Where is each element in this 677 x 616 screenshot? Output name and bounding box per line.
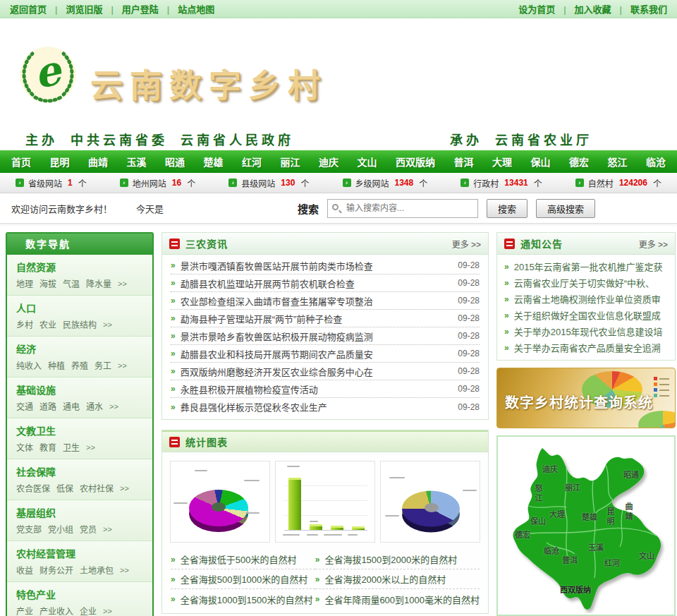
chart-link[interactable]: »全省海拔1000到1500米的自然村 — [171, 589, 315, 609]
sidebar-item-economy[interactable]: 经济 纯收入种植养殖务工>> — [7, 337, 152, 378]
sub-link[interactable]: 通电 — [63, 400, 80, 412]
map-region-label[interactable]: 昆明 — [604, 507, 616, 527]
chart-link[interactable]: »全省海拔1500到2000米的自然村 — [315, 550, 480, 569]
notice-item[interactable]: »云南省土地确权测绘作业单位资质审 — [504, 291, 668, 307]
map-region-label[interactable]: 西双版纳 — [560, 584, 591, 595]
map-region-label[interactable]: 红河 — [604, 557, 620, 568]
search-button[interactable]: 搜索 — [487, 199, 527, 218]
sub-link[interactable]: 养殖 — [71, 359, 88, 371]
map-region-label[interactable]: 曲靖 — [623, 502, 634, 522]
notice-item-text[interactable]: 2015年云南省第一批农机推广鉴定获 — [514, 260, 663, 273]
advanced-search-button[interactable]: 高级搜索 — [536, 199, 595, 218]
more-arrows[interactable]: >> — [103, 607, 112, 615]
section-title[interactable]: 自然资源 — [16, 260, 145, 274]
sub-link[interactable]: 收益 — [16, 564, 33, 576]
nav-item-lincang[interactable]: 临沧 — [646, 155, 666, 169]
news-item[interactable]: »景洪市景哈乡畜牧兽医站积极开展动物疫病监测09-28 — [171, 327, 480, 345]
nav-item-zhaotong[interactable]: 昭通 — [165, 155, 185, 169]
sidebar-item-social-security[interactable]: 社会保障 农合医保低保农村社保>> — [7, 459, 152, 500]
more-arrows[interactable]: >> — [109, 402, 118, 411]
sidebar-item-grassroots-org[interactable]: 基层组织 党支部党小组党员>> — [7, 500, 152, 541]
map-region-label[interactable]: 保山 — [530, 515, 546, 526]
sub-link[interactable]: 低保 — [56, 482, 73, 494]
section-title[interactable]: 基层组织 — [16, 505, 145, 519]
link-old-version[interactable]: 浏览旧版 — [66, 4, 102, 15]
link-return-home[interactable]: 返回首页 — [10, 4, 47, 15]
sidebar-item-special-industry[interactable]: 特色产业 产业产业收入企业>> — [7, 582, 152, 616]
news-item-text[interactable]: 永胜县积极开展植物检疫宣传活动 — [181, 382, 451, 396]
news-item[interactable]: »农业部检查组深入曲靖市督查生猪屠宰专项整治09-28 — [171, 292, 480, 310]
more-arrows[interactable]: >> — [86, 443, 95, 452]
notice-item[interactable]: »关于举办2015年现代农业信息建设培 — [504, 323, 668, 339]
notice-item[interactable]: »关于组织做好全国农业信息化联盟成 — [504, 307, 668, 323]
sub-link[interactable]: 教育 — [39, 441, 56, 453]
sub-link[interactable]: 党员 — [80, 523, 97, 535]
notice-item[interactable]: »云南省农业厅关于切实做好“中秋、 — [504, 274, 668, 291]
news-item-text[interactable]: 景洪市景哈乡畜牧兽医站积极开展动物疫病监测 — [181, 330, 451, 343]
nav-item-baoshan[interactable]: 保山 — [531, 155, 551, 169]
sidebar-item-infrastructure[interactable]: 基础设施 交通道路通电通水>> — [7, 378, 152, 418]
notice-item-text[interactable]: 云南省农业厅关于切实做好“中秋、 — [514, 276, 654, 289]
sub-link[interactable]: 财务公开 — [39, 564, 73, 576]
notice-item-text[interactable]: 关于举办2015年现代农业信息建设培 — [514, 325, 663, 338]
nav-item-kunming[interactable]: 昆明 — [50, 155, 70, 169]
map-region-label[interactable]: 迪庆 — [542, 463, 558, 474]
nav-item-home[interactable]: 首页 — [11, 155, 31, 169]
sidebar-item-culture-health[interactable]: 文教卫生 文体教育卫生>> — [7, 418, 152, 459]
news-item-text[interactable]: 勐海县种子管理站开展“两节”前种子检查 — [181, 312, 451, 325]
more-arrows[interactable]: >> — [118, 279, 127, 288]
map-region-label[interactable]: 怒江 — [532, 484, 544, 504]
nav-item-dali[interactable]: 大理 — [492, 155, 512, 169]
sub-link[interactable]: 民族结构 — [63, 318, 97, 330]
map-region-label[interactable]: 临沧 — [544, 545, 559, 556]
search-input[interactable] — [327, 199, 478, 218]
nav-item-nujiang[interactable]: 怒江 — [608, 155, 628, 169]
sub-link[interactable]: 气温 — [63, 277, 80, 289]
section-title[interactable]: 人口 — [16, 301, 145, 315]
chart-link[interactable]: »全省海拔500到1000米的自然村 — [171, 569, 315, 589]
chart-link-text[interactable]: 全省海拔低于500米的自然村 — [181, 552, 297, 566]
nav-item-wenshan[interactable]: 文山 — [358, 155, 377, 169]
bar-chart-thumbnail[interactable] — [275, 461, 375, 543]
sub-link[interactable]: 土地承包 — [80, 564, 114, 576]
link-contact-us[interactable]: 联系我们 — [630, 4, 667, 15]
sub-link[interactable]: 卫生 — [63, 441, 80, 453]
map-region-label[interactable]: 昭通 — [623, 469, 639, 480]
sub-link[interactable]: 道路 — [39, 400, 56, 412]
news-item[interactable]: »彝良县强化样板示范促秋冬农业生产09-28 — [171, 398, 480, 416]
map-region-label[interactable]: 丽江 — [565, 481, 580, 493]
news-item[interactable]: »勐海县种子管理站开展“两节”前种子检查09-28 — [171, 310, 480, 327]
chart-link-text[interactable]: 全省年降雨量600到1000毫米的自然村 — [324, 593, 480, 606]
more-arrows[interactable]: >> — [103, 525, 112, 533]
map-region-label[interactable]: 文山 — [639, 550, 654, 561]
notices-more-link[interactable]: 更多 >> — [639, 238, 668, 250]
sub-link[interactable]: 文体 — [16, 441, 33, 453]
more-arrows[interactable]: >> — [120, 484, 129, 493]
link-set-homepage[interactable]: 设为首页 — [518, 4, 555, 15]
nav-item-diqing[interactable]: 迪庆 — [319, 155, 338, 169]
sub-link[interactable]: 党支部 — [16, 523, 42, 535]
section-title[interactable]: 基础设施 — [16, 382, 145, 397]
news-item-text[interactable]: 农业部检查组深入曲靖市督查生猪屠宰专项整治 — [181, 294, 451, 308]
sub-link[interactable]: 务工 — [94, 359, 111, 371]
nav-item-xishuangbanna[interactable]: 西双版纳 — [396, 155, 435, 169]
section-title[interactable]: 经济 — [16, 342, 145, 356]
news-item-text[interactable]: 彝良县强化样板示范促秋冬农业生产 — [181, 400, 451, 413]
map-region-label[interactable]: 普洱 — [562, 554, 578, 565]
sub-link[interactable]: 种植 — [48, 359, 65, 371]
more-arrows[interactable]: >> — [103, 320, 112, 329]
sub-link[interactable]: 企业 — [80, 605, 97, 616]
chart-link-text[interactable]: 全省海拔500到1000米的自然村 — [181, 572, 308, 586]
chart-link[interactable]: »全省海拔低于500米的自然村 — [171, 550, 315, 569]
sub-link[interactable]: 农业 — [39, 318, 56, 330]
map-region-label[interactable]: 德宏 — [515, 529, 530, 540]
sub-link[interactable]: 通水 — [86, 400, 103, 412]
nav-item-lijiang[interactable]: 丽江 — [281, 155, 300, 169]
news-item[interactable]: »西双版纳州磨憨经济开发区农业综合服务中心在09-28 — [171, 363, 480, 380]
chart-link-text[interactable]: 全省海拔1000到1500米的自然村 — [181, 593, 313, 606]
sub-link[interactable]: 农村社保 — [80, 482, 114, 494]
chart-link[interactable]: »全省年降雨量600到1000毫米的自然村 — [315, 589, 480, 609]
link-sitemap[interactable]: 站点地图 — [178, 4, 214, 15]
notice-item-text[interactable]: 关于举办云南省农产品质量安全追溯 — [514, 341, 661, 354]
sub-link[interactable]: 海拔 — [39, 277, 56, 289]
